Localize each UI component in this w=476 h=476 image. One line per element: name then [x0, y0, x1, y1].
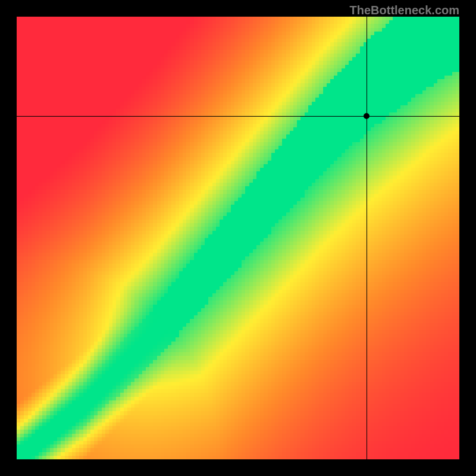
heatmap-plot	[17, 17, 459, 459]
heatmap-canvas	[17, 17, 459, 459]
watermark-text: TheBottleneck.com	[350, 4, 459, 17]
